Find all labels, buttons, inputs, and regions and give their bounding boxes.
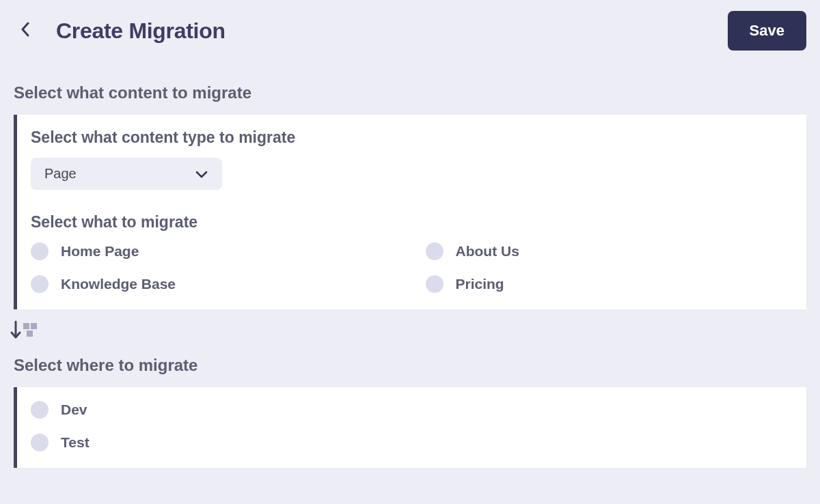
destination-dev[interactable]: Dev [31,401,793,419]
what-to-migrate-options: Home Page About Us Knowledge Base Pricin… [31,242,793,293]
option-about-us[interactable]: About Us [426,242,793,260]
page-header: Create Migration Save [0,0,820,51]
svg-rect-1 [23,323,29,329]
page-title: Create Migration [56,18,226,44]
content-type-selected-value: Page [44,166,77,182]
destination-test[interactable]: Test [31,434,793,451]
content-type-heading: Select what content type to migrate [31,128,793,147]
section-content-title: Select what content to migrate [0,51,820,115]
sort-squares-icon [23,322,37,341]
option-home-page[interactable]: Home Page [31,242,398,260]
chevron-down-icon [195,170,208,178]
option-pricing[interactable]: Pricing [426,275,793,293]
radio-icon [31,242,49,260]
radio-icon [426,242,443,260]
radio-icon [31,434,49,451]
arrow-down-icon [10,320,22,342]
section-where-title: Select where to migrate [0,342,820,387]
radio-icon [426,275,443,293]
destination-panel: Dev Test [14,387,806,468]
migration-flow-icon [0,309,37,342]
content-type-select[interactable]: Page [31,158,222,190]
chevron-left-icon [20,22,30,40]
header-left: Create Migration [14,18,226,44]
radio-icon [31,401,49,419]
option-label: About Us [456,243,519,260]
option-label: Pricing [456,276,504,292]
destination-options: Dev Test [31,401,793,451]
svg-rect-3 [27,331,33,337]
save-button[interactable]: Save [728,11,806,51]
option-label: Dev [61,402,87,418]
content-panel: Select what content type to migrate Page… [14,115,806,309]
option-label: Test [61,434,90,451]
page-root: Create Migration Save Select what conten… [0,0,820,468]
what-to-migrate-heading: Select what to migrate [31,213,793,232]
svg-rect-2 [31,323,37,329]
back-button[interactable] [14,19,37,42]
option-label: Knowledge Base [61,276,176,292]
option-label: Home Page [61,243,139,260]
option-knowledge-base[interactable]: Knowledge Base [31,275,398,293]
radio-icon [31,275,49,293]
